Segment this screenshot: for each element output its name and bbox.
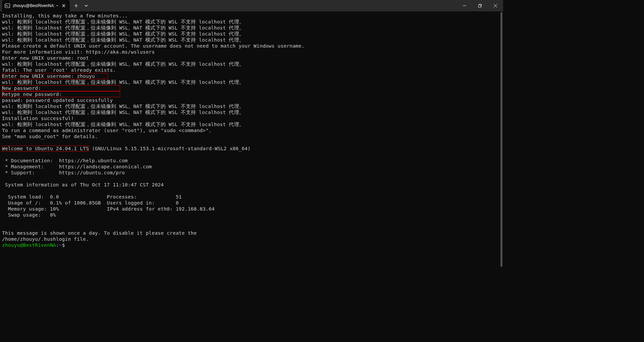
output-line: System information as of Thu Oct 17 11:1…	[2, 182, 164, 187]
window-controls	[457, 0, 503, 11]
terminal-window: zhouyu@BestRivenNA: ~ Installing, this m…	[0, 0, 503, 268]
output-line: Installing, this may take a few minutes.…	[2, 13, 128, 18]
output-line: Usage of /: 0.1% of 1006.85GB Users logg…	[2, 200, 179, 206]
output-line: (GNU/Linux 5.15.153.1-microsoft-standard…	[89, 146, 251, 151]
prompt-separator: :	[56, 242, 59, 248]
maximize-button[interactable]	[472, 0, 488, 11]
highlight-password: New password:	[2, 85, 120, 91]
output-line: fatal: The user `root' already exists.	[2, 67, 116, 73]
output-line: wsl: 检测到 localhost 代理配置，但未镜像到 WSL。NAT 模式…	[2, 122, 244, 127]
tab-close-button[interactable]	[61, 3, 66, 8]
output-line: wsl: 检测到 localhost 代理配置，但未镜像到 WSL。NAT 模式…	[2, 37, 244, 43]
new-tab-button[interactable]	[71, 1, 81, 11]
tab-active[interactable]: zhouyu@BestRivenNA: ~	[2, 0, 70, 11]
output-line: passwd: password updated successfully	[2, 98, 113, 103]
terminal-viewport[interactable]: Installing, this may take a few minutes.…	[0, 11, 503, 268]
output-line: This message is shown once a day. To dis…	[2, 230, 197, 236]
highlight-welcome: Welcome to Ubuntu 24.04.1 LTS	[2, 146, 89, 152]
output-line: wsl: 检测到 localhost 代理配置，但未镜像到 WSL。NAT 模式…	[2, 79, 244, 85]
prompt-user-host: zhouyu@BestRivenNA	[2, 242, 56, 248]
terminal-output: Installing, this may take a few minutes.…	[0, 11, 503, 249]
highlight-password: Retype new password:	[2, 91, 120, 97]
svg-rect-3	[479, 5, 481, 7]
output-line: * Documentation: https://help.ubuntu.com	[2, 158, 128, 163]
output-line: wsl: 检测到 localhost 代理配置，但未镜像到 WSL。NAT 模式…	[2, 19, 244, 24]
highlight-username: Enter new UNIX username: zhouyu	[2, 73, 108, 79]
output-line: Memory usage: 10% IPv4 address for eth0:…	[2, 206, 215, 212]
profile-dropdown-button[interactable]	[81, 1, 91, 11]
wsl-icon	[5, 3, 10, 8]
output-line: See "man sudo_root" for details.	[2, 134, 98, 139]
output-line: wsl: 检测到 localhost 代理配置，但未镜像到 WSL。NAT 模式…	[2, 104, 244, 109]
output-line: Please create a default UNIX user accoun…	[2, 43, 305, 49]
output-line: * Support: https://ubuntu.com/pro	[2, 170, 125, 175]
output-line: Installation successful!	[2, 116, 74, 121]
output-line: /home/zhouyu/.hushlogin file.	[2, 236, 89, 242]
minimize-button[interactable]	[457, 0, 472, 11]
svg-rect-0	[5, 4, 10, 8]
output-line: wsl: 检测到 localhost 代理配置，但未镜像到 WSL。NAT 模式…	[2, 61, 244, 67]
output-line: Enter new UNIX username: root	[2, 55, 89, 61]
scrollbar-thumb[interactable]	[500, 12, 502, 267]
output-line: wsl: 检测到 localhost 代理配置，但未镜像到 WSL。NAT 模式…	[2, 25, 244, 31]
tab-title: zhouyu@BestRivenNA: ~	[13, 3, 58, 8]
prompt-path: ~	[59, 242, 62, 248]
titlebar[interactable]: zhouyu@BestRivenNA: ~	[0, 0, 503, 11]
output-line: * Management: https://landscape.canonica…	[2, 164, 152, 169]
output-line: wsl: 检测到 localhost 代理配置，但未镜像到 WSL。NAT 模式…	[2, 31, 244, 37]
prompt-symbol: $	[62, 242, 65, 248]
terminal-scrollbar[interactable]	[500, 11, 503, 268]
output-line: wsl: 检测到 localhost 代理配置，但未镜像到 WSL。NAT 模式…	[2, 110, 244, 115]
output-line: For more information visit: https://aka.…	[2, 49, 155, 55]
output-line: Swap usage: 0%	[2, 212, 56, 218]
window-close-button[interactable]	[488, 0, 503, 11]
output-line: To run a command as administrator (user …	[2, 128, 212, 133]
output-line: System load: 0.0 Processes: 51	[2, 194, 182, 199]
